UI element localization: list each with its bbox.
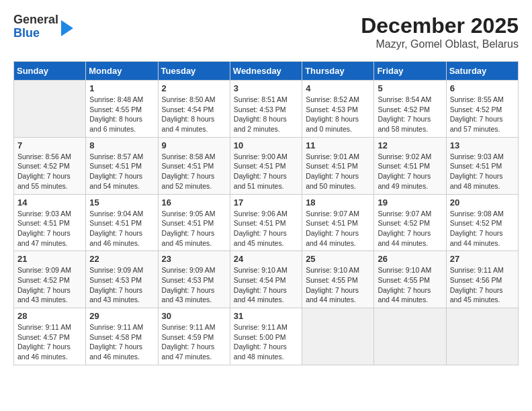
- day-number: 20: [450, 197, 515, 208]
- day-info: Sunrise: 9:10 AMSunset: 4:54 PMDaylight:…: [234, 265, 298, 305]
- day-info: Sunrise: 9:08 AMSunset: 4:52 PMDaylight:…: [450, 209, 515, 248]
- day-info: Sunrise: 9:06 AMSunset: 4:51 PMDaylight:…: [234, 209, 298, 248]
- day-info: Sunrise: 8:56 AMSunset: 4:52 PMDaylight:…: [17, 152, 82, 191]
- calendar-week-row: 14Sunrise: 9:03 AMSunset: 4:51 PMDayligh…: [14, 194, 519, 251]
- day-info: Sunrise: 9:05 AMSunset: 4:51 PMDaylight:…: [162, 209, 226, 248]
- calendar-cell: 27Sunrise: 9:11 AMSunset: 4:56 PMDayligh…: [446, 251, 518, 308]
- calendar-cell: 19Sunrise: 9:07 AMSunset: 4:52 PMDayligh…: [374, 194, 446, 251]
- day-info: Sunrise: 9:10 AMSunset: 4:55 PMDaylight:…: [378, 265, 442, 305]
- day-number: 24: [234, 254, 298, 264]
- day-info: Sunrise: 8:58 AMSunset: 4:51 PMDaylight:…: [162, 152, 226, 191]
- day-info: Sunrise: 8:55 AMSunset: 4:52 PMDaylight:…: [450, 95, 515, 134]
- calendar-week-row: 1Sunrise: 8:48 AMSunset: 4:55 PMDaylight…: [14, 81, 519, 138]
- calendar-cell: 15Sunrise: 9:04 AMSunset: 4:51 PMDayligh…: [86, 194, 158, 251]
- calendar-body: 1Sunrise: 8:48 AMSunset: 4:55 PMDaylight…: [14, 81, 519, 365]
- day-number: 28: [17, 311, 82, 321]
- calendar-week-row: 28Sunrise: 9:11 AMSunset: 4:57 PMDayligh…: [14, 308, 519, 365]
- calendar-day-header: Friday: [374, 62, 446, 81]
- calendar-cell: 26Sunrise: 9:10 AMSunset: 4:55 PMDayligh…: [374, 251, 446, 308]
- day-info: Sunrise: 9:11 AMSunset: 4:59 PMDaylight:…: [162, 322, 226, 362]
- day-info: Sunrise: 9:10 AMSunset: 4:55 PMDaylight:…: [306, 265, 370, 305]
- header-row: SundayMondayTuesdayWednesdayThursdayFrid…: [14, 62, 519, 81]
- day-number: 4: [306, 83, 370, 93]
- calendar-day-header: Wednesday: [230, 62, 302, 81]
- calendar-cell: 28Sunrise: 9:11 AMSunset: 4:57 PMDayligh…: [14, 308, 86, 365]
- day-number: 15: [89, 197, 154, 208]
- day-info: Sunrise: 9:11 AMSunset: 4:58 PMDaylight:…: [89, 322, 154, 362]
- calendar-cell: 23Sunrise: 9:09 AMSunset: 4:53 PMDayligh…: [158, 251, 230, 308]
- day-info: Sunrise: 9:11 AMSunset: 4:57 PMDaylight:…: [17, 322, 82, 362]
- day-number: 5: [378, 83, 442, 93]
- calendar-cell: 18Sunrise: 9:07 AMSunset: 4:51 PMDayligh…: [302, 194, 374, 251]
- logo-text: General Blue: [13, 13, 58, 40]
- calendar-cell: 8Sunrise: 8:57 AMSunset: 4:51 PMDaylight…: [86, 137, 158, 194]
- day-number: 14: [17, 197, 82, 208]
- calendar-day-header: Tuesday: [158, 62, 230, 81]
- calendar-cell: 1Sunrise: 8:48 AMSunset: 4:55 PMDaylight…: [86, 81, 158, 138]
- calendar-cell: 4Sunrise: 8:52 AMSunset: 4:53 PMDaylight…: [302, 81, 374, 138]
- calendar-cell: 25Sunrise: 9:10 AMSunset: 4:55 PMDayligh…: [302, 251, 374, 308]
- calendar-table: SundayMondayTuesdayWednesdayThursdayFrid…: [13, 61, 519, 365]
- calendar-cell: 6Sunrise: 8:55 AMSunset: 4:52 PMDaylight…: [446, 81, 518, 138]
- calendar-cell: 31Sunrise: 9:11 AMSunset: 5:00 PMDayligh…: [230, 308, 302, 365]
- day-number: 16: [162, 197, 226, 208]
- day-info: Sunrise: 9:07 AMSunset: 4:51 PMDaylight:…: [306, 209, 370, 248]
- calendar-cell: 13Sunrise: 9:03 AMSunset: 4:51 PMDayligh…: [446, 137, 518, 194]
- calendar-cell: 12Sunrise: 9:02 AMSunset: 4:51 PMDayligh…: [374, 137, 446, 194]
- calendar-cell: [302, 308, 374, 365]
- calendar-cell: 16Sunrise: 9:05 AMSunset: 4:51 PMDayligh…: [158, 194, 230, 251]
- day-number: 3: [234, 83, 298, 93]
- day-info: Sunrise: 9:09 AMSunset: 4:53 PMDaylight:…: [162, 265, 226, 305]
- day-info: Sunrise: 8:52 AMSunset: 4:53 PMDaylight:…: [306, 95, 370, 134]
- day-number: 8: [89, 140, 154, 150]
- calendar-cell: 11Sunrise: 9:01 AMSunset: 4:51 PMDayligh…: [302, 137, 374, 194]
- calendar-cell: 10Sunrise: 9:00 AMSunset: 4:51 PMDayligh…: [230, 137, 302, 194]
- day-number: 23: [162, 254, 226, 264]
- page-header: General Blue December 2025 Mazyr, Gomel …: [13, 13, 519, 50]
- calendar-cell: 21Sunrise: 9:09 AMSunset: 4:52 PMDayligh…: [14, 251, 86, 308]
- day-number: 31: [234, 311, 298, 321]
- day-number: 18: [306, 197, 370, 208]
- calendar-cell: 17Sunrise: 9:06 AMSunset: 4:51 PMDayligh…: [230, 194, 302, 251]
- day-number: 12: [378, 140, 442, 150]
- calendar-cell: [446, 308, 518, 365]
- day-number: 9: [162, 140, 226, 150]
- day-number: 29: [89, 311, 154, 321]
- day-info: Sunrise: 9:09 AMSunset: 4:53 PMDaylight:…: [89, 265, 154, 305]
- calendar-cell: 14Sunrise: 9:03 AMSunset: 4:51 PMDayligh…: [14, 194, 86, 251]
- day-info: Sunrise: 8:51 AMSunset: 4:53 PMDaylight:…: [234, 95, 298, 134]
- day-info: Sunrise: 8:54 AMSunset: 4:52 PMDaylight:…: [378, 95, 442, 134]
- calendar-cell: 24Sunrise: 9:10 AMSunset: 4:54 PMDayligh…: [230, 251, 302, 308]
- calendar-cell: [374, 308, 446, 365]
- calendar-cell: 20Sunrise: 9:08 AMSunset: 4:52 PMDayligh…: [446, 194, 518, 251]
- calendar-header: SundayMondayTuesdayWednesdayThursdayFrid…: [14, 62, 519, 81]
- day-number: 2: [162, 83, 226, 93]
- day-number: 1: [89, 83, 154, 93]
- day-number: 7: [17, 140, 82, 150]
- day-info: Sunrise: 9:00 AMSunset: 4:51 PMDaylight:…: [234, 152, 298, 191]
- day-info: Sunrise: 9:04 AMSunset: 4:51 PMDaylight:…: [89, 209, 154, 248]
- calendar-day-header: Monday: [86, 62, 158, 81]
- logo: General Blue: [13, 13, 73, 40]
- day-info: Sunrise: 9:11 AMSunset: 4:56 PMDaylight:…: [450, 265, 515, 305]
- title-block: December 2025 Mazyr, Gomel Oblast, Belar…: [361, 13, 519, 50]
- calendar-cell: 5Sunrise: 8:54 AMSunset: 4:52 PMDaylight…: [374, 81, 446, 138]
- calendar-cell: 30Sunrise: 9:11 AMSunset: 4:59 PMDayligh…: [158, 308, 230, 365]
- day-number: 26: [378, 254, 442, 264]
- day-number: 30: [162, 311, 226, 321]
- day-number: 21: [17, 254, 82, 264]
- day-number: 10: [234, 140, 298, 150]
- day-number: 19: [378, 197, 442, 208]
- logo-arrow-icon: [61, 20, 73, 36]
- day-info: Sunrise: 8:48 AMSunset: 4:55 PMDaylight:…: [89, 95, 154, 134]
- calendar-cell: 22Sunrise: 9:09 AMSunset: 4:53 PMDayligh…: [86, 251, 158, 308]
- calendar-week-row: 7Sunrise: 8:56 AMSunset: 4:52 PMDaylight…: [14, 137, 519, 194]
- day-number: 25: [306, 254, 370, 264]
- calendar-day-header: Saturday: [446, 62, 518, 81]
- day-info: Sunrise: 9:07 AMSunset: 4:52 PMDaylight:…: [378, 209, 442, 248]
- day-info: Sunrise: 9:03 AMSunset: 4:51 PMDaylight:…: [450, 152, 515, 191]
- calendar-cell: 3Sunrise: 8:51 AMSunset: 4:53 PMDaylight…: [230, 81, 302, 138]
- calendar-week-row: 21Sunrise: 9:09 AMSunset: 4:52 PMDayligh…: [14, 251, 519, 308]
- calendar-cell: 7Sunrise: 8:56 AMSunset: 4:52 PMDaylight…: [14, 137, 86, 194]
- day-info: Sunrise: 9:02 AMSunset: 4:51 PMDaylight:…: [378, 152, 442, 191]
